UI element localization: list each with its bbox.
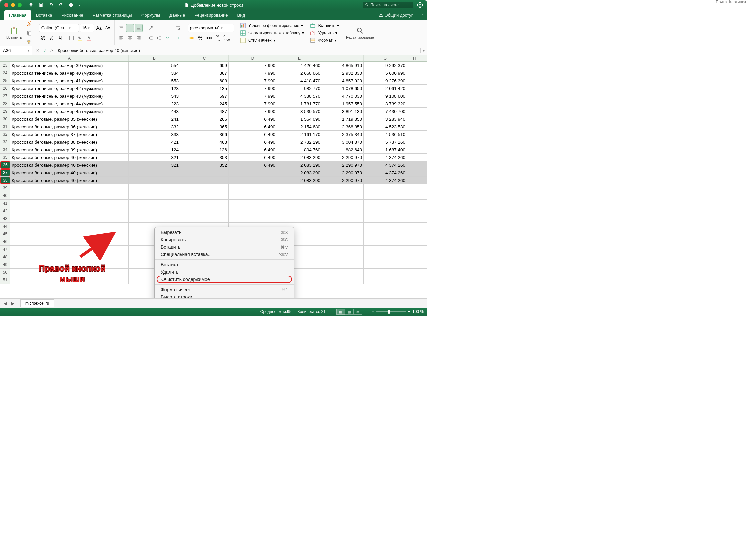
cell[interactable] (364, 246, 407, 253)
cell[interactable] (180, 200, 229, 207)
table-row[interactable]: 43 (0, 215, 427, 223)
cell[interactable] (229, 215, 277, 222)
menu-mail[interactable]: Почта (716, 0, 727, 4)
row-header[interactable]: 43 (0, 215, 10, 222)
bold-icon[interactable]: Ж (39, 34, 47, 42)
cell[interactable]: 367 (180, 69, 229, 77)
table-row[interactable]: 25Кроссовки теннисные, размер 41 (мужски… (0, 77, 427, 85)
cell[interactable] (180, 177, 229, 184)
share-button[interactable]: Общий доступ (374, 11, 418, 20)
print-icon[interactable] (68, 2, 74, 8)
cell[interactable]: 2 083 290 (277, 161, 322, 169)
cell[interactable]: Кроссовки теннисные, размер 40 (мужские) (10, 69, 129, 77)
cell[interactable] (277, 215, 322, 222)
menu-item[interactable]: Высота строки... (154, 293, 294, 298)
cell[interactable] (10, 200, 129, 207)
cell[interactable]: 4 374 260 (364, 177, 407, 184)
tab-layout[interactable]: Разметка страницы (88, 10, 137, 20)
view-layout[interactable]: ▤ (345, 309, 354, 315)
cell[interactable]: Кроссовки беговые, размер 35 (женские) (10, 115, 129, 123)
cell[interactable] (364, 261, 407, 268)
row-header[interactable]: 44 (0, 223, 10, 230)
cell[interactable]: Кроссовки беговые, размер 37 (женские) (10, 131, 129, 138)
cell[interactable]: Кроссовки теннисные, размер 45 (мужские) (10, 108, 129, 115)
cell[interactable]: 2 668 660 (277, 69, 322, 77)
row-header[interactable]: 33 (0, 138, 10, 146)
cell[interactable]: 366 (180, 131, 229, 138)
cell[interactable]: 7 990 (229, 62, 277, 69)
cell[interactable]: 3 283 940 (364, 115, 407, 123)
cell[interactable] (180, 184, 229, 192)
name-box[interactable]: A36▾ (0, 46, 32, 55)
cell[interactable] (10, 207, 129, 215)
cell[interactable] (322, 200, 364, 207)
cell[interactable] (129, 184, 180, 192)
row-header[interactable]: 40 (0, 192, 10, 199)
cell[interactable] (229, 169, 277, 176)
cell[interactable]: 1 687 400 (364, 146, 407, 153)
cell[interactable]: 608 (180, 77, 229, 84)
cell[interactable]: 982 770 (277, 85, 322, 92)
cell[interactable]: 265 (180, 115, 229, 123)
expand-formula[interactable]: ▾ (420, 48, 427, 53)
col-C[interactable]: C (180, 55, 229, 61)
table-row[interactable]: 26Кроссовки теннисные, размер 42 (мужски… (0, 85, 427, 92)
row-header[interactable]: 50 (0, 269, 10, 276)
col-D[interactable]: D (229, 55, 277, 61)
cell[interactable]: 443 (129, 108, 180, 115)
cell[interactable] (229, 200, 277, 207)
cell[interactable]: 9 292 370 (364, 62, 407, 69)
cell[interactable]: 4 418 470 (277, 77, 322, 84)
cell[interactable]: 3 739 320 (364, 100, 407, 107)
cell[interactable]: 4 857 920 (322, 77, 364, 84)
cell[interactable]: 352 (180, 161, 229, 169)
qat-more[interactable]: ▾ (78, 3, 80, 7)
align-bottom-icon[interactable] (135, 24, 143, 32)
row-header[interactable]: 47 (0, 246, 10, 253)
delete-cells[interactable]: Удалить ▾ (310, 30, 339, 36)
cell[interactable]: 2 161 170 (277, 131, 322, 138)
cut-icon[interactable] (25, 20, 33, 28)
row-header[interactable]: 48 (0, 253, 10, 260)
format-as-table[interactable]: Форматировать как таблицу ▾ (240, 30, 304, 36)
formula-input[interactable]: Кроссовки беговые, размер 40 (женские) (56, 48, 420, 53)
cell[interactable] (364, 207, 407, 215)
row-header[interactable]: 49 (0, 261, 10, 268)
row-header[interactable]: 30 (0, 115, 10, 123)
cell[interactable]: 353 (180, 154, 229, 161)
row-header[interactable]: 37 (0, 169, 10, 176)
table-row[interactable]: 30Кроссовки беговые, размер 35 (женские)… (0, 115, 427, 123)
zoom-level[interactable]: 100 % (412, 309, 424, 314)
col-H[interactable]: H (407, 55, 422, 61)
table-row[interactable]: 37Кроссовки беговые, размер 40 (женские)… (0, 169, 427, 177)
increase-indent-icon[interactable] (155, 34, 163, 42)
worksheet[interactable]: A B C D E F G H 23Кроссовки теннисные, р… (0, 55, 427, 298)
align-left-icon[interactable] (117, 34, 125, 42)
cell[interactable]: 7 990 (229, 85, 277, 92)
font-name[interactable]: Calibri (Осн... (39, 24, 79, 32)
menu-images[interactable]: Картинки (729, 0, 746, 4)
cell-styles[interactable]: Стили ячеек ▾ (240, 37, 304, 43)
cell[interactable]: 3 004 870 (322, 138, 364, 146)
cell[interactable]: 2 061 420 (364, 85, 407, 92)
increase-decimal-icon[interactable]: .00→.0 (214, 34, 222, 42)
save-icon[interactable] (38, 2, 44, 8)
cell[interactable] (129, 215, 180, 222)
cell[interactable]: 4 426 460 (277, 62, 322, 69)
sheet-tab[interactable]: microexcel.ru (20, 299, 54, 307)
menu-item[interactable]: Очистить содержимое (157, 276, 292, 283)
cell[interactable] (322, 253, 364, 260)
cell[interactable]: 609 (180, 62, 229, 69)
cell[interactable]: 463 (180, 138, 229, 146)
cell[interactable]: 6 490 (229, 123, 277, 130)
cell[interactable] (322, 261, 364, 268)
border-icon[interactable] (68, 34, 76, 42)
cell[interactable] (10, 184, 129, 192)
cell[interactable]: 2 083 290 (277, 169, 322, 176)
row-header[interactable]: 46 (0, 238, 10, 245)
cell[interactable]: 5 737 160 (364, 138, 407, 146)
cell[interactable]: 2 732 290 (277, 138, 322, 146)
tab-prev[interactable]: ◀ (2, 301, 9, 306)
col-F[interactable]: F (322, 55, 364, 61)
cell[interactable]: 2 375 340 (322, 131, 364, 138)
